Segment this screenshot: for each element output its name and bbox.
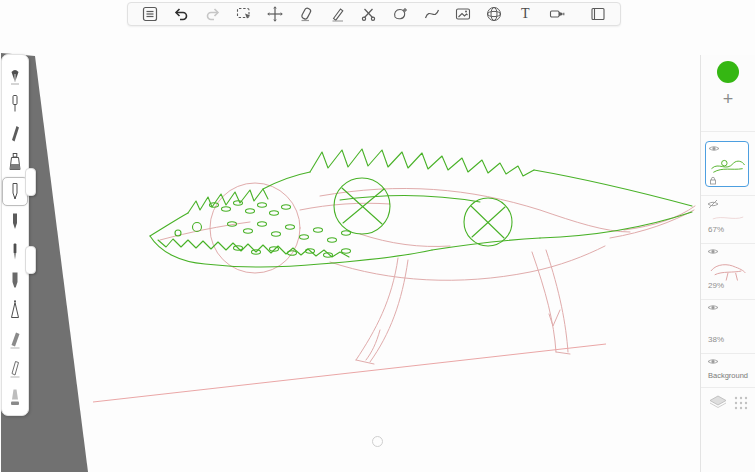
- background-layer-label: Background: [708, 371, 748, 380]
- layer-thumbnail-pink: [709, 259, 747, 283]
- redo-button[interactable]: [203, 4, 223, 24]
- color-fill-button[interactable]: [547, 4, 567, 24]
- eye-icon[interactable]: [707, 247, 719, 256]
- sketch-pink-layer: [160, 183, 695, 364]
- blender-icon: [5, 385, 25, 407]
- ink-bottle-icon: [5, 150, 25, 172]
- top-toolbar: T: [127, 2, 621, 26]
- shape-add-icon: [391, 5, 409, 23]
- layers-stack-icon[interactable]: [709, 395, 727, 410]
- image-icon: [454, 5, 472, 23]
- sketch-green-layer: [150, 149, 692, 267]
- eye-icon[interactable]: [708, 144, 720, 153]
- eye-icon[interactable]: [707, 357, 719, 366]
- tool-fountain-pen[interactable]: [3, 60, 27, 87]
- calligraphy-pen-icon: [5, 121, 25, 143]
- tool-blender[interactable]: [3, 383, 27, 410]
- divider: [701, 353, 755, 354]
- text-icon: T: [521, 7, 530, 21]
- canvas[interactable]: [0, 0, 755, 472]
- layers-panel: +: [700, 55, 755, 472]
- dots-grid-icon[interactable]: [734, 396, 748, 410]
- eraser-button[interactable]: [296, 4, 316, 24]
- tool-fineliner[interactable]: [3, 237, 27, 264]
- technical-pen-icon: [5, 92, 25, 114]
- pen-icon: [329, 5, 347, 23]
- sphere-grid-icon: [485, 5, 503, 23]
- layer-thumbnail-faint: [709, 211, 747, 225]
- split-button[interactable]: [359, 4, 379, 24]
- layer-opacity: 67%: [708, 225, 724, 234]
- divider: [701, 387, 755, 388]
- layer-opacity: 38%: [708, 335, 724, 344]
- layer-thumbnail-green: [709, 154, 747, 176]
- marquee-select-icon: [235, 5, 253, 23]
- undo-button[interactable]: [171, 4, 191, 24]
- divider: [701, 131, 755, 132]
- dragon-sketch: [0, 0, 755, 472]
- tool-rail-handle-top[interactable]: [25, 168, 36, 196]
- tool-ink-bottle[interactable]: [3, 148, 27, 175]
- fineliner-icon: [5, 240, 25, 262]
- graphite-pencil-icon: [5, 210, 25, 232]
- fountain-pen-icon: [5, 63, 25, 85]
- divider: [701, 195, 755, 196]
- frame-icon: [589, 5, 607, 23]
- layer-opacity: 29%: [708, 281, 724, 290]
- menu-button[interactable]: [140, 4, 160, 24]
- curve-icon: [423, 5, 441, 23]
- menu-icon: [141, 5, 159, 23]
- text-button[interactable]: T: [515, 4, 535, 24]
- divider: [701, 243, 755, 244]
- color-marker-icon: [548, 5, 566, 23]
- layer-row-selected[interactable]: [705, 141, 749, 187]
- curve-button[interactable]: [422, 4, 442, 24]
- eye-off-icon[interactable]: [707, 199, 719, 209]
- undo-icon: [172, 5, 190, 23]
- select-button[interactable]: [234, 4, 254, 24]
- canvas-page-handle[interactable]: [372, 436, 383, 447]
- pen-button[interactable]: [328, 4, 348, 24]
- image-button[interactable]: [453, 4, 473, 24]
- ground-line: [93, 344, 606, 402]
- pencil-icon: [5, 180, 25, 202]
- tool-marker[interactable]: [3, 266, 27, 293]
- move-icon: [266, 5, 284, 23]
- tool-calligraphy-pen[interactable]: [3, 118, 27, 145]
- eye-icon[interactable]: [707, 303, 719, 312]
- scales: [210, 201, 351, 257]
- tool-graphite-pencil[interactable]: [3, 208, 27, 235]
- frame-button[interactable]: [588, 4, 608, 24]
- slant-eraser-icon: [5, 327, 25, 349]
- add-layer-button[interactable]: +: [701, 89, 755, 109]
- grid-button[interactable]: [484, 4, 504, 24]
- divider: [701, 299, 755, 300]
- redo-icon: [204, 5, 222, 23]
- move-button[interactable]: [265, 4, 285, 24]
- tool-technical-pen[interactable]: [3, 89, 27, 116]
- tool-airbrush[interactable]: [3, 295, 27, 322]
- airbrush-icon: [5, 298, 25, 320]
- soft-eraser-icon: [5, 356, 25, 378]
- scissors-icon: [360, 5, 378, 23]
- tool-rail-handle-bottom[interactable]: [25, 246, 36, 274]
- brush-toolbar: [1, 54, 29, 416]
- lock-icon[interactable]: [709, 176, 717, 185]
- tool-soft-eraser[interactable]: [3, 354, 27, 381]
- eraser-icon: [297, 5, 315, 23]
- app-window: T: [0, 0, 755, 472]
- shape-button[interactable]: [390, 4, 410, 24]
- active-color-swatch[interactable]: [717, 61, 739, 83]
- marker-icon: [5, 269, 25, 291]
- tool-eraser[interactable]: [3, 325, 27, 352]
